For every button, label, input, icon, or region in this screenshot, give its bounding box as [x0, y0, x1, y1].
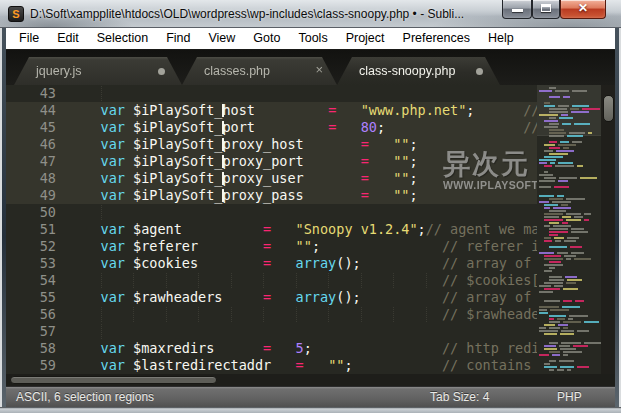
code-line-51[interactable]: 51 var $agent = "Snoopy v1.2.4";// agent… [6, 221, 537, 238]
maximize-button[interactable] [532, 0, 560, 19]
tab-class-snoopy-php[interactable]: class-snoopy.php [337, 57, 500, 85]
minimap-code-row [539, 150, 599, 152]
title-bar[interactable]: S D:\Soft\xampplite\htdocs\OLD\wordpress… [0, 0, 621, 28]
token-pln: $lastredirectaddr [125, 357, 296, 373]
line-number: 47 [6, 153, 56, 170]
minimap-code-row [539, 255, 599, 257]
menu-help[interactable]: Help [479, 28, 523, 50]
status-bar: ASCII, 6 selection regions Tab Size: 4 P… [6, 386, 615, 407]
minimap-code-row [539, 225, 599, 227]
status-syntax[interactable]: PHP [557, 390, 582, 404]
minimap-code-row [539, 210, 599, 212]
minimap-code-row [539, 300, 599, 302]
token-kw: var [101, 102, 125, 118]
token-pln [271, 289, 295, 305]
token-com: // array of cookies to pass [442, 255, 537, 271]
code-line-47[interactable]: 47 var $iPlaySoft_proxy_port = ""; // pr… [6, 153, 537, 170]
vertical-scrollbar-track[interactable] [601, 85, 615, 374]
tab-modified-dot-icon[interactable] [476, 68, 483, 75]
vertical-scrollbar-thumb[interactable] [603, 95, 614, 122]
menu-tools[interactable]: Tools [289, 28, 336, 50]
minimap-code-row [539, 240, 599, 242]
menu-file[interactable]: File [10, 28, 48, 50]
token-kw: var [101, 221, 125, 237]
code-editor[interactable]: 59 var $lastredirectaddr = ""; // contai… [6, 85, 537, 374]
code-line-56[interactable]: 56 // $rawheaders["Content-type"]="text/… [6, 306, 537, 323]
code-line-50[interactable]: 50 [6, 204, 537, 221]
token-pln: ; [312, 238, 442, 254]
menu-project[interactable]: Project [337, 28, 394, 50]
tab-classes-php[interactable]: classes.php× [182, 57, 337, 85]
token-pln: $rawheaders [125, 289, 263, 305]
menu-view[interactable]: View [199, 28, 244, 50]
minimap-code-row [539, 234, 599, 236]
line-number: 54 [6, 272, 56, 289]
minimap-code-row [539, 96, 599, 98]
minimap-code-row [539, 105, 599, 107]
code-text: var $lastredirectaddr = ""; // contains … [68, 357, 537, 374]
minimap-code-row [539, 207, 599, 209]
code-line-54[interactable]: 54 // $cookies["username"]="joe"; [6, 272, 537, 289]
minimap-code-row [539, 261, 599, 263]
code-line-58[interactable]: 58 var $maxredirs = 5; // http redirecti… [6, 340, 537, 357]
minimap-code-row [539, 282, 599, 284]
minimap-code-row [539, 120, 599, 122]
token-pln [271, 255, 295, 271]
minimap-code-row [539, 276, 599, 278]
token-fn: array [296, 289, 337, 305]
token-pln: proxy_pass [222, 187, 360, 203]
token-op: = [263, 255, 271, 271]
code-line-43[interactable]: 43 [6, 85, 537, 102]
menu-preferences[interactable]: Preferences [394, 28, 479, 50]
minimap-code-row [539, 144, 599, 146]
close-icon: ✕ [561, 1, 605, 15]
line-number: 56 [6, 306, 56, 323]
minimap-code-row [539, 327, 599, 329]
token-op: = [361, 136, 369, 152]
menu-edit[interactable]: Edit [48, 28, 88, 50]
status-selection-info: ASCII, 6 selection regions [16, 390, 154, 404]
tab-modified-dot-icon[interactable] [158, 68, 165, 75]
minimap-code-row [539, 135, 599, 137]
horizontal-scrollbar[interactable] [6, 374, 615, 386]
code-line-59[interactable]: 59 var $lastredirectaddr = ""; // contai… [6, 357, 537, 374]
token-kw: var [101, 136, 125, 152]
minimap-code-row [539, 324, 599, 326]
horizontal-scrollbar-thumb[interactable] [10, 376, 217, 384]
code-text: var $iPlaySoft_host = "www.php.net"; // … [68, 102, 537, 119]
code-line-52[interactable]: 52 var $referer = ""; // referer info to… [6, 238, 537, 255]
menu-goto[interactable]: Goto [244, 28, 289, 50]
token-pln [68, 306, 442, 322]
token-com: // http redirection depth [442, 340, 537, 356]
token-kw: var [101, 255, 125, 271]
minimap-code-row [539, 369, 599, 371]
code-line-45[interactable]: 45 var $iPlaySoft_port = 80; // port we … [6, 119, 537, 136]
code-line-55[interactable]: 55 var $rawheaders = array(); // array o… [6, 289, 537, 306]
tab-close-icon[interactable]: × [315, 62, 323, 77]
token-com: // port we are connectin [523, 119, 537, 135]
minimap-code-row [539, 165, 599, 167]
minimap[interactable] [537, 85, 601, 374]
code-line-48[interactable]: 48 var $iPlaySoft_proxy_user = ""; // pr… [6, 170, 537, 187]
code-line-53[interactable]: 53 var $cookies = array(); // array of c… [6, 255, 537, 272]
line-number: 58 [6, 340, 56, 357]
code-line-46[interactable]: 46 var $iPlaySoft_proxy_host = ""; // pr… [6, 136, 537, 153]
token-pln: ; [344, 357, 442, 373]
minimap-code-row [539, 102, 599, 104]
code-line-57[interactable]: 57 [6, 323, 537, 340]
tab-jquery-js[interactable]: jquery.js [14, 57, 182, 85]
minimap-code-row [539, 108, 599, 110]
menu-selection[interactable]: Selection [88, 28, 157, 50]
minimap-code-row [539, 219, 599, 221]
token-pln: port [222, 119, 328, 135]
token-pln [68, 119, 101, 135]
minimap-code-row [539, 279, 599, 281]
menu-find[interactable]: Find [157, 28, 199, 50]
code-line-44[interactable]: 44 var $iPlaySoft_host = "www.php.net"; … [6, 102, 537, 119]
minimize-button[interactable] [502, 0, 532, 19]
close-button[interactable]: ✕ [560, 0, 606, 19]
minimap-code-row [539, 333, 599, 335]
minimap-code-row [539, 111, 599, 113]
status-tab-size[interactable]: Tab Size: 4 [430, 390, 489, 404]
code-line-49[interactable]: 49 var $iPlaySoft_proxy_pass = ""; // pr… [6, 187, 537, 204]
